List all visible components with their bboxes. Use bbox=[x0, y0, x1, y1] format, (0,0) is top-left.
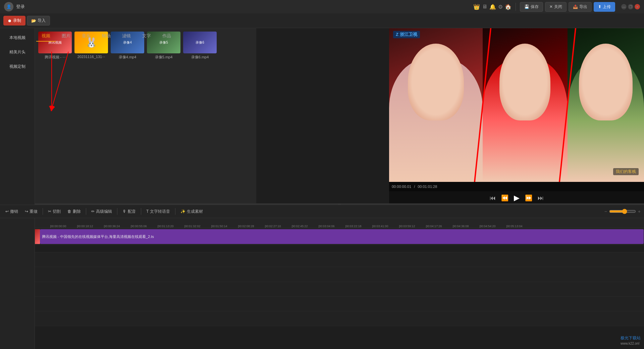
play-button[interactable]: ▶ bbox=[514, 194, 520, 202]
titlebar-right: 👑 🖥 🔔 ⚙ 🏠 💾 保存 ✕ 关闭 📤 导出 ⬆ 上传 — ❐ ✕ bbox=[473, 2, 640, 12]
audio-track-empty bbox=[25, 245, 644, 252]
track-body-voice bbox=[25, 297, 644, 311]
bell-icon: 🔔 bbox=[489, 4, 496, 10]
zoom-out-icon[interactable]: − bbox=[604, 209, 607, 214]
upload-button[interactable]: ⬆ 上传 bbox=[594, 2, 615, 12]
delete-button[interactable]: 🗑 删除 bbox=[65, 207, 84, 216]
monitor-icon: 🖥 bbox=[482, 4, 487, 10]
tl-sep-5 bbox=[175, 208, 175, 215]
export-button[interactable]: 📤 导出 bbox=[569, 2, 592, 12]
channel-logo: Z 浙江卫视 bbox=[393, 31, 420, 38]
tab-works[interactable]: 作品 bbox=[157, 31, 176, 42]
tab-text[interactable]: 文字 bbox=[137, 31, 156, 42]
tl-sep-4 bbox=[141, 208, 141, 215]
close-icon: ✕ bbox=[549, 4, 553, 9]
prev-frame-button[interactable]: ⏪ bbox=[501, 194, 508, 202]
mic-icon: 🎙 bbox=[122, 209, 126, 214]
media-panel: 腾讯视频 腾讯视频 - ··· 🐰 20231116_131··· 录像4 录像… bbox=[35, 28, 256, 205]
tick-17: 00:05:13:04 bbox=[506, 224, 533, 228]
tick-14: 00:04:17:26 bbox=[426, 224, 453, 228]
save-button[interactable]: 💾 保存 bbox=[520, 2, 543, 12]
time-current: 00:00:00.01 bbox=[392, 185, 411, 189]
media-item-4[interactable]: 录像6 录像6.mp4 bbox=[183, 32, 217, 60]
track-video-audio: 🔊 bbox=[0, 245, 644, 252]
page-watermark: 极光下载站www.k22.onl bbox=[621, 335, 641, 346]
home-icon[interactable]: 🏠 bbox=[505, 4, 512, 10]
tts-icon: T bbox=[146, 209, 149, 214]
zoom-in-icon[interactable]: + bbox=[638, 209, 641, 214]
zoom-area: − + bbox=[604, 209, 641, 214]
time-total: 00:01:01:28 bbox=[418, 185, 437, 189]
timeline: 00:00:00:00 00:00:18:12 00:00:36:24 00:0… bbox=[0, 218, 644, 349]
time-sep: / bbox=[414, 185, 415, 189]
tick-1: 00:00:18:12 bbox=[77, 224, 104, 228]
tab-filter[interactable]: 滤镜 bbox=[117, 31, 136, 42]
tick-2: 00:00:36:24 bbox=[104, 224, 131, 228]
export-icon: 📤 bbox=[573, 4, 578, 9]
record-button[interactable]: ⏺ 录制 bbox=[3, 16, 25, 26]
close-button[interactable]: ✕ 关闭 bbox=[545, 2, 567, 12]
redo-button[interactable]: ↪ 重做 bbox=[22, 207, 40, 216]
tab-photo[interactable]: 图片 bbox=[56, 31, 76, 42]
media-thumb-4: 录像6 bbox=[183, 32, 217, 53]
sidebar-item-intro[interactable]: 精美片头 bbox=[1, 46, 33, 58]
track-body-video: ▶ 腾讯视频 - 中国领先的在线视频媒体平台,海量高清视频在线观看_2.ts bbox=[25, 228, 644, 245]
sep bbox=[516, 3, 516, 11]
clip-label: 腾讯视频 - 中国领先的在线视频媒体平台,海量高清视频在线观看_2.ts bbox=[42, 234, 154, 239]
titlebar: 👤 登录 👑 🖥 🔔 ⚙ 🏠 💾 保存 ✕ 关闭 📤 导出 ⬆ 上传 — ❐ ✕ bbox=[0, 0, 644, 13]
edit-icon: ✏ bbox=[91, 209, 95, 214]
tick-3: 00:00:55:06 bbox=[131, 224, 158, 228]
track-subtitle: 字 字幕1 👁 bbox=[0, 311, 644, 326]
generate-button[interactable]: ✨ 生成素材 bbox=[178, 207, 206, 216]
tab-transition[interactable]: 转场 bbox=[97, 31, 116, 42]
media-label-1: 20231116_131··· bbox=[74, 55, 108, 59]
watermark: 我们的客栈 bbox=[613, 168, 639, 175]
track-body-subtitle bbox=[25, 311, 644, 326]
cut-button[interactable]: ✂ 切割 bbox=[45, 207, 63, 216]
zoom-slider[interactable] bbox=[609, 209, 636, 214]
tick-4: 00:01:13:20 bbox=[158, 224, 184, 228]
tick-11: 00:03:22:18 bbox=[345, 224, 372, 228]
import-button[interactable]: 📂 导入 bbox=[27, 16, 50, 26]
gear-icon[interactable]: ⚙ bbox=[498, 4, 503, 10]
upload-icon: ⬆ bbox=[598, 4, 601, 9]
media-label-4: 录像6.mp4 bbox=[183, 55, 217, 60]
preview-controls: ⏮ ⏪ ▶ ⏩ ⏭ bbox=[389, 191, 644, 205]
tick-10: 00:03:04:06 bbox=[319, 224, 345, 228]
record-icon: ⏺ bbox=[8, 18, 12, 23]
sidebar-item-local-video[interactable]: 本地视频 bbox=[1, 32, 33, 44]
tick-6: 00:01:50:14 bbox=[211, 224, 238, 228]
tick-12: 00:03:41:00 bbox=[372, 224, 399, 228]
preview-panel: Z 浙江卫视 我们的客栈 00:00:00.01 / 00:01:01:28 ⏮… bbox=[389, 28, 644, 205]
track-video: 🎬 视频 🔊 ▶ 腾讯视频 - 中国领先的在线视频媒体平台,海量高清视频在线观看… bbox=[0, 228, 644, 245]
preview-video: Z 浙江卫视 我们的客栈 bbox=[389, 28, 644, 182]
tick-0: 00:00:00:00 bbox=[50, 224, 77, 228]
media-label-0: 腾讯视频 - ··· bbox=[38, 55, 72, 60]
trash-icon: 🗑 bbox=[67, 209, 71, 214]
sparkle-icon: ✨ bbox=[180, 209, 185, 214]
next-frame-button[interactable]: ⏩ bbox=[525, 194, 532, 202]
dubbing-button[interactable]: 🎙 配音 bbox=[120, 207, 139, 216]
track-pip: 🖼 画中画1 🔊 bbox=[0, 252, 644, 267]
left-sidebar: 本地视频 精美片头 视频定制 bbox=[0, 28, 35, 349]
save-icon: 💾 bbox=[524, 4, 529, 9]
skip-start-button[interactable]: ⏮ bbox=[490, 195, 496, 202]
tab-music[interactable]: 音乐 bbox=[76, 31, 96, 42]
video-clip[interactable]: 腾讯视频 - 中国领先的在线视频媒体平台,海量高清视频在线观看_2.ts bbox=[40, 229, 644, 244]
login-text[interactable]: 登录 bbox=[16, 4, 25, 10]
maximize-button[interactable]: ❐ bbox=[628, 4, 633, 9]
minimize-button[interactable]: — bbox=[621, 4, 627, 9]
timeline-divider[interactable] bbox=[35, 203, 644, 205]
user-avatar[interactable]: 👤 bbox=[4, 2, 13, 11]
tl-sep-3 bbox=[117, 208, 117, 215]
tick-16: 00:04:54:20 bbox=[480, 224, 506, 228]
sidebar-item-custom[interactable]: 视频定制 bbox=[1, 60, 33, 73]
window-close-button[interactable]: ✕ bbox=[635, 4, 640, 9]
tts-button[interactable]: T 文字转语音 bbox=[144, 207, 173, 216]
track-body-pip bbox=[25, 252, 644, 267]
advanced-edit-button[interactable]: ✏ 高级编辑 bbox=[89, 207, 115, 216]
tab-video[interactable]: 视频 bbox=[36, 31, 56, 42]
media-tabbar: 视频 图片 音乐 转场 滤镜 文字 作品 bbox=[36, 27, 176, 42]
undo-button[interactable]: ↩ 撤销 bbox=[3, 207, 21, 216]
skip-end-button[interactable]: ⏭ bbox=[538, 195, 544, 202]
